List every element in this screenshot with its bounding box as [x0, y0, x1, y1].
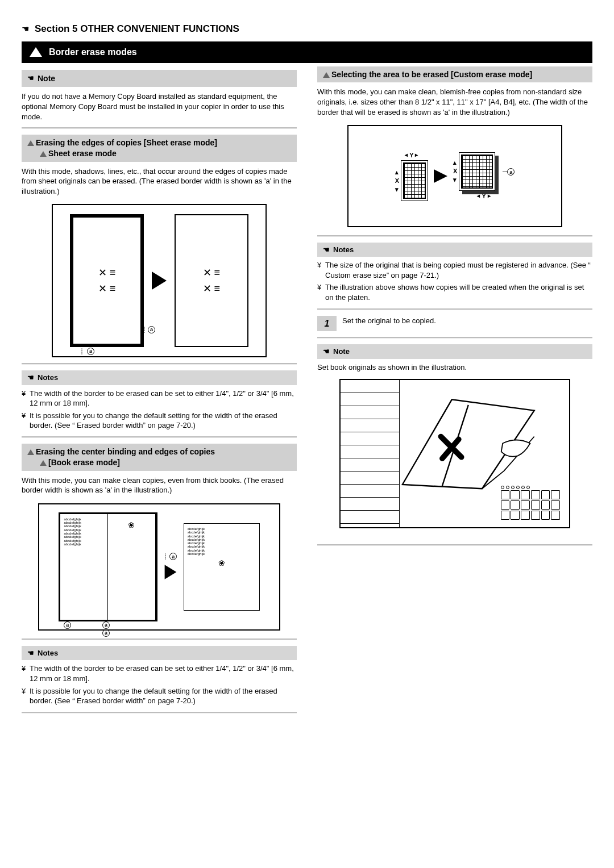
step-number: 1: [317, 316, 337, 332]
sheet-erase-heading: Erasing the edges of copies [Sheet erase…: [22, 135, 297, 162]
book-erase-figure: abcdefghijkabcdefghijkabcdefghijk abcdef…: [38, 503, 280, 631]
open-book: abcdefghijkabcdefghijkabcdefghijk abcdef…: [59, 512, 157, 621]
note-heading: ☚ Note: [317, 344, 592, 359]
note-item: The illustration above shows how copies …: [317, 282, 592, 302]
divider: [22, 712, 297, 713]
book-on-platen: [400, 389, 537, 498]
divider: [22, 127, 297, 129]
custom-notes-list: The size of the original that is being c…: [317, 260, 592, 302]
pointer-icon: ☚: [27, 648, 34, 658]
triangle-bullet-icon: [40, 151, 47, 157]
heading-text: Selecting the area to be erased [Custom …: [331, 70, 532, 79]
pointer-icon: ☚: [27, 73, 34, 84]
set-book-figure: [339, 379, 571, 528]
note-box: ☚ Note: [22, 70, 297, 87]
sheet-notes-list: The width of the border to be erased can…: [22, 389, 297, 431]
pointer-icon: ☚: [323, 347, 330, 357]
result-page: abcdefghijkabcdefghijkabcdefghijk abcdef…: [184, 523, 260, 611]
control-panel: [501, 486, 561, 518]
notes-heading: ☚ Notes: [317, 243, 592, 257]
heading-line2: Sheet erase mode: [48, 149, 117, 158]
scanner-edge: [341, 380, 400, 527]
triangle-bullet-icon: [27, 140, 34, 146]
note-item: The width of the border to be erased can…: [22, 389, 297, 408]
book-erase-heading: Erasing the center binding and edges of …: [22, 444, 297, 471]
mode-title-bar: Border erase modes: [22, 41, 592, 63]
notes-heading: ☚ Notes: [22, 370, 297, 385]
notes-label: Notes: [38, 648, 58, 658]
original-sheet: ✕ ≡ ✕ ≡ ┊a ┊a: [70, 214, 144, 347]
divider: [317, 544, 592, 546]
arrow-icon: [434, 169, 447, 183]
section-title: Section 5 OTHER CONVENIENT FUNCTIONS: [35, 23, 239, 36]
right-column: Selecting the area to be erased [Custom …: [317, 66, 592, 719]
page-header: ☚ Section 5 OTHER CONVENIENT FUNCTIONS: [22, 23, 592, 36]
note-label: Note: [333, 347, 350, 357]
custom-erase-heading: Selecting the area to be erased [Custom …: [317, 66, 592, 83]
arrow-icon: [152, 272, 167, 290]
step-1: 1 Set the original to be copied.: [317, 316, 592, 332]
triangle-bullet-icon: [27, 449, 34, 455]
memory-note-text: If you do not have a Memory Copy Board i…: [22, 91, 297, 122]
note-item: It is possible for you to change the def…: [22, 686, 297, 706]
divider: [22, 436, 297, 438]
note-item: The width of the border to be erased can…: [22, 663, 297, 683]
pointer-icon: ☚: [22, 23, 29, 35]
mode-title: Border erase modes: [49, 46, 137, 59]
triangle-bullet-icon: [40, 460, 47, 466]
step-text: Set the original to be copied.: [342, 316, 436, 326]
divider: [317, 337, 592, 339]
note-item: The size of the original that is being c…: [317, 260, 592, 280]
custom-erase-figure: ◂Y▸ ▴X▾ ▴X▾ ┈a ◂Y▸: [347, 125, 562, 227]
notes-label: Notes: [38, 373, 58, 383]
sheet-erase-figure: ✕ ≡ ✕ ≡ ┊a ┊a ✕ ≡ ✕ ≡: [52, 204, 267, 357]
note-item: It is possible for you to change the def…: [22, 411, 297, 431]
heading-line1: Erasing the edges of copies [Sheet erase…: [36, 138, 217, 147]
divider: [317, 235, 592, 237]
book-erase-paragraph: With this mode, you can make clean copie…: [22, 475, 297, 495]
book-notes-list: The width of the border to be erased can…: [22, 663, 297, 706]
heading-line2: [Book erase mode]: [48, 458, 120, 467]
heading-line1: Erasing the center binding and edges of …: [36, 447, 215, 456]
triangle-bullet-icon: [323, 72, 330, 78]
arrow-icon: [164, 565, 176, 579]
set-book-note: Set book originals as shown in the illus…: [317, 362, 592, 373]
notes-label: Notes: [333, 245, 354, 255]
divider: [317, 308, 592, 310]
divider: [22, 639, 297, 640]
left-column: ☚ Note If you do not have a Memory Copy …: [22, 66, 297, 719]
triangle-up-icon: [30, 47, 42, 57]
result-sheet: ✕ ≡ ✕ ≡: [175, 214, 248, 347]
custom-erase-paragraph: With this mode, you can make clean, blem…: [317, 87, 592, 117]
pointer-icon: ☚: [27, 373, 34, 383]
note-label: Note: [38, 73, 55, 84]
notes-heading: ☚ Notes: [22, 646, 297, 661]
divider: [22, 363, 297, 365]
pointer-icon: ☚: [323, 245, 330, 255]
sheet-erase-paragraph: With this mode, shadows, lines, etc., th…: [22, 166, 297, 197]
